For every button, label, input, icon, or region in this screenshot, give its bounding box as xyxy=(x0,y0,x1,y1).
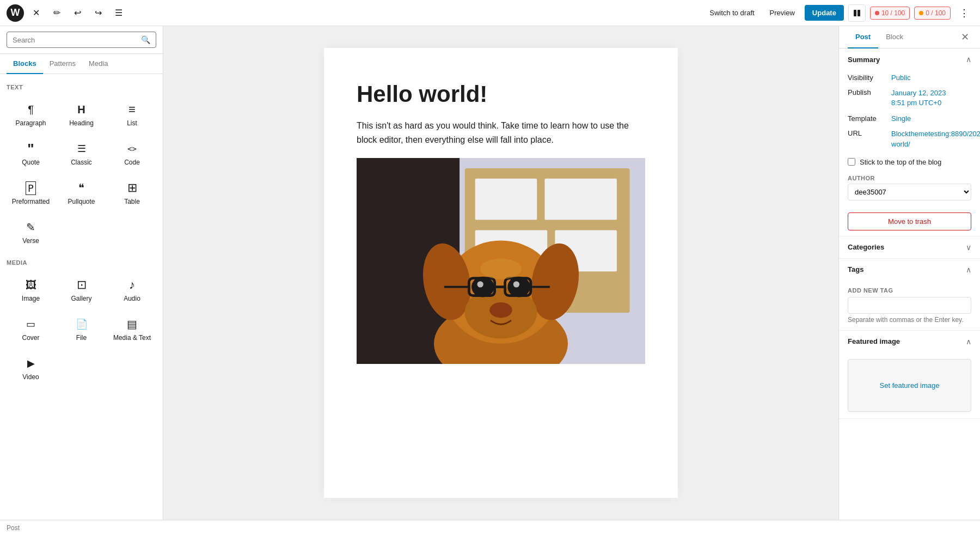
seo-score: 0 / 100 xyxy=(926,9,946,17)
block-file[interactable]: File xyxy=(57,311,106,348)
text-section-label: TEXT xyxy=(7,84,156,90)
top-toolbar: W ✕ ✏ ↩ ↪ ☰ Switch to draft Preview Upda… xyxy=(0,0,980,26)
block-list[interactable]: List xyxy=(108,96,156,133)
template-label: Template xyxy=(848,114,886,123)
seo-dot xyxy=(919,11,923,15)
move-to-trash-button[interactable]: Move to trash xyxy=(848,212,971,230)
template-value[interactable]: Single xyxy=(891,114,911,123)
tab-blocks[interactable]: Blocks xyxy=(7,54,43,74)
blocks-content: TEXT Paragraph Heading List Quote xyxy=(0,74,163,520)
undo-button[interactable]: ↩ xyxy=(69,4,86,22)
block-audio[interactable]: Audio xyxy=(108,271,156,308)
set-featured-image-button[interactable]: Set featured image xyxy=(848,359,971,412)
block-gallery[interactable]: Gallery xyxy=(57,271,106,308)
search-bar xyxy=(0,26,163,54)
content-area[interactable]: Hello world! This isn't as hard as you w… xyxy=(163,26,838,520)
quote-label: Quote xyxy=(22,159,40,166)
view-toggle-button[interactable] xyxy=(848,4,866,22)
classic-label: Classic xyxy=(71,159,92,166)
tags-body: ADD NEW TAG Separate with commas or the … xyxy=(839,281,980,330)
tags-chevron-icon: ∧ xyxy=(966,265,971,274)
post-editor[interactable]: Hello world! This isn't as hard as you w… xyxy=(324,48,678,498)
block-heading[interactable]: Heading xyxy=(57,96,106,133)
tab-patterns[interactable]: Patterns xyxy=(43,54,82,74)
more-options-button[interactable]: ⋮ xyxy=(955,5,973,21)
block-verse[interactable]: Verse xyxy=(7,214,55,251)
tags-title: Tags xyxy=(848,265,863,273)
block-classic[interactable]: Classic xyxy=(57,135,106,172)
right-sidebar: Post Block ✕ Summary ∧ Visibility Public… xyxy=(838,26,980,520)
post-image-wrap xyxy=(357,158,645,367)
switch-to-draft-button[interactable]: Switch to draft xyxy=(704,5,759,20)
block-quote[interactable]: Quote xyxy=(7,135,55,172)
svg-rect-7 xyxy=(544,178,616,220)
visibility-value[interactable]: Public xyxy=(891,74,910,82)
bottom-bar-label: Post xyxy=(7,524,20,532)
code-label: Code xyxy=(124,159,140,166)
pullquote-label: Pullquote xyxy=(68,198,95,205)
block-media-text[interactable]: Media & Text xyxy=(108,311,156,348)
preformatted-icon xyxy=(23,180,39,196)
block-preformatted[interactable]: Preformatted xyxy=(7,174,55,211)
categories-section-header[interactable]: Categories ∨ xyxy=(839,236,980,258)
post-body[interactable]: This isn't as hard as you would think. T… xyxy=(357,119,645,147)
search-input[interactable] xyxy=(13,36,141,44)
add-new-tag-label: ADD NEW TAG xyxy=(848,287,971,294)
publish-value[interactable]: January 12, 2023 8:51 pm UTC+0 xyxy=(891,88,946,108)
block-paragraph[interactable]: Paragraph xyxy=(7,96,55,133)
tab-media[interactable]: Media xyxy=(82,54,114,74)
block-pullquote[interactable]: Pullquote xyxy=(57,174,106,211)
right-sidebar-content: Summary ∧ Visibility Public Publish Janu… xyxy=(839,48,980,520)
svg-rect-0 xyxy=(854,10,856,16)
list-label: List xyxy=(127,119,137,127)
rs-tab-block[interactable]: Block xyxy=(878,26,911,48)
tags-section-header[interactable]: Tags ∧ xyxy=(839,259,980,281)
rs-tab-post[interactable]: Post xyxy=(848,26,878,48)
right-sidebar-close-button[interactable]: ✕ xyxy=(959,29,971,45)
readability-badge[interactable]: 10 / 100 xyxy=(870,7,910,20)
cover-icon xyxy=(23,317,39,332)
summary-chevron-icon: ∧ xyxy=(966,55,971,64)
seo-badge[interactable]: 0 / 100 xyxy=(914,7,951,20)
add-tag-input[interactable] xyxy=(848,297,971,314)
video-label: Video xyxy=(22,373,39,381)
block-code[interactable]: Code xyxy=(108,135,156,172)
visibility-label: Visibility xyxy=(848,74,886,82)
preview-button[interactable]: Preview xyxy=(764,5,800,20)
author-label: AUTHOR xyxy=(848,175,971,181)
featured-image-chevron-icon: ∧ xyxy=(966,337,971,346)
block-image[interactable]: Image xyxy=(7,271,55,308)
image-icon xyxy=(23,277,39,293)
post-title[interactable]: Hello world! xyxy=(357,81,645,108)
block-table[interactable]: Table xyxy=(108,174,156,211)
tools-menu-button[interactable]: ☰ xyxy=(110,4,127,22)
close-button[interactable]: ✕ xyxy=(27,4,45,22)
author-select[interactable]: dee35007 xyxy=(848,184,971,200)
url-value[interactable]: Blockthemetesting:8890/2023/01/hello-wor… xyxy=(891,129,980,149)
summary-title: Summary xyxy=(848,56,880,64)
featured-image-section-header[interactable]: Featured image ∧ xyxy=(839,331,980,352)
left-sidebar: Blocks Patterns Media TEXT Paragraph Hea… xyxy=(0,26,163,520)
svg-point-15 xyxy=(471,276,494,297)
search-input-wrap[interactable] xyxy=(7,32,156,48)
paragraph-icon xyxy=(23,102,39,117)
publish-field: Publish January 12, 2023 8:51 pm UTC+0 xyxy=(839,85,980,111)
update-button[interactable]: Update xyxy=(805,5,844,21)
pen-icon[interactable]: ✏ xyxy=(48,4,65,22)
stick-to-top-row[interactable]: Stick to the top of the blog xyxy=(839,153,980,172)
file-label: File xyxy=(76,334,87,342)
svg-rect-6 xyxy=(475,178,537,220)
block-cover[interactable]: Cover xyxy=(7,311,55,348)
summary-section-header[interactable]: Summary ∧ xyxy=(839,48,980,70)
url-label: URL xyxy=(848,129,886,137)
categories-title: Categories xyxy=(848,243,884,251)
wp-logo[interactable]: W xyxy=(7,4,24,22)
categories-section: Categories ∨ xyxy=(839,236,980,259)
block-video[interactable]: Video xyxy=(7,350,55,387)
search-icon xyxy=(141,35,150,44)
cover-label: Cover xyxy=(22,334,39,342)
redo-button[interactable]: ↪ xyxy=(89,4,107,22)
template-field: Template Single xyxy=(839,111,980,126)
stick-to-top-checkbox[interactable] xyxy=(848,158,855,166)
right-sidebar-header: Post Block ✕ xyxy=(839,26,980,48)
